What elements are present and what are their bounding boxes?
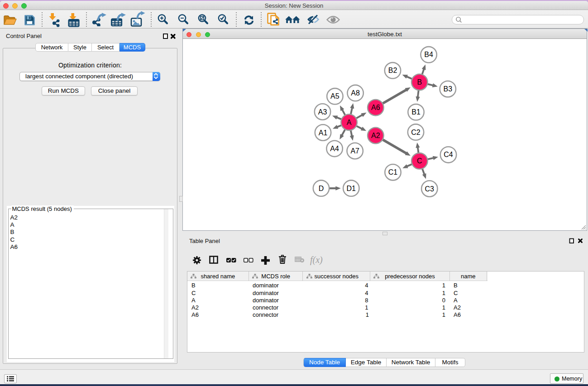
svg-text:A1: A1 [319,129,328,137]
svg-text:A: A [347,119,352,126]
svg-text:A3: A3 [318,108,327,116]
svg-text:C3: C3 [425,185,435,193]
svg-text:C: C [417,157,422,165]
svg-text:D: D [319,185,324,192]
svg-text:C1: C1 [388,168,398,176]
svg-text:B: B [417,78,422,86]
svg-text:A4: A4 [330,145,339,152]
svg-text:D1: D1 [347,185,356,192]
svg-text:B1: B1 [411,108,421,116]
svg-text:A6: A6 [371,104,380,111]
svg-text:A2: A2 [371,132,380,139]
svg-text:B3: B3 [444,85,453,93]
svg-text:A8: A8 [351,89,360,97]
svg-text:C2: C2 [411,129,421,136]
svg-text:A7: A7 [350,147,359,155]
svg-text:B4: B4 [424,51,433,58]
svg-text:B2: B2 [388,67,397,74]
svg-text:A5: A5 [330,92,339,100]
svg-text:C4: C4 [444,151,453,158]
